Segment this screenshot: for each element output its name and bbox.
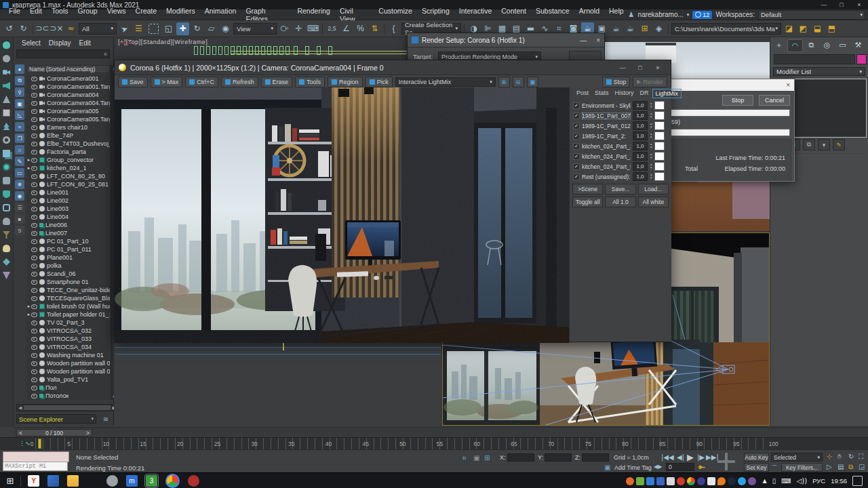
scene-explorer-row[interactable]: Smartphone 01 (26, 278, 110, 286)
display-tab-icon[interactable]: ▭ (835, 39, 850, 51)
select-by-name-icon[interactable]: ☰ (132, 22, 145, 35)
zoom-extents-icon[interactable]: ⊹ (827, 453, 832, 460)
spinner-arrows-icon[interactable]: ▲▼ (650, 123, 652, 129)
corona-close-icon[interactable]: × (649, 63, 667, 72)
explorer-selector-dropdown[interactable]: Scene Explorer▾ (16, 414, 96, 424)
image-icon[interactable] (3, 109, 10, 117)
slider-right-arrow-icon[interactable]: > (86, 430, 90, 436)
render-setup-title-bar[interactable]: Render Setup: Corona 6 (Hotfix 1) — × (408, 33, 604, 47)
corona-panel-tab[interactable]: LightMix (652, 89, 682, 98)
dialog-minimize-icon[interactable]: — (580, 37, 587, 44)
tray-app-2-icon[interactable] (646, 477, 654, 485)
bind-spacewarp-icon[interactable]: ≈ (64, 22, 77, 35)
arnold-render-icon[interactable]: ◈ (652, 22, 665, 35)
display-children-icon[interactable]: ⧉ (15, 76, 24, 85)
add-to-layer-icon[interactable]: ◩ (797, 22, 810, 35)
tray-telegram-icon[interactable] (738, 477, 746, 485)
tray-3dsmax-icon[interactable] (636, 477, 644, 485)
filter-icon[interactable] (3, 231, 10, 239)
scene-explorer-menu-item[interactable]: Select (22, 39, 41, 47)
track-bar[interactable]: ⋮∿ 0510152025303540455055606570758085909… (0, 437, 868, 449)
zoom-icon[interactable]: ▷ (827, 463, 832, 470)
visibility-eye-icon[interactable] (31, 182, 37, 187)
lightmix-intensity-field[interactable]: 1,0 (633, 121, 648, 130)
scene-explorer-row[interactable]: ▸ Group_convector (26, 156, 110, 164)
lightmix-color-swatch[interactable] (654, 162, 665, 171)
set-keys-icon[interactable]: 🔑︎ (698, 464, 705, 471)
percent-snap-icon[interactable]: % (354, 22, 367, 35)
current-frame-field[interactable]: 0 (666, 463, 694, 471)
key-filters-button[interactable]: Key Filters... (781, 463, 823, 472)
display-bones-icon[interactable]: ✎ (15, 157, 24, 166)
modifier-list-dropdown[interactable]: Modifier List▾ (773, 67, 865, 76)
scene-explorer-row[interactable]: PC 01_Part_011 (26, 245, 110, 253)
lock-explorer-icon[interactable]: ■ (15, 214, 24, 224)
utilities-tab-icon[interactable]: ⚒ (851, 39, 865, 51)
time-slider[interactable]: < 0 / 100 > (14, 427, 868, 437)
battery-icon[interactable]: ▯ (772, 477, 776, 485)
visibility-eye-icon[interactable] (31, 239, 37, 244)
selection-lock-icon[interactable]: ▣ (473, 454, 479, 462)
default-in-out-tangent-icon[interactable]: ⌒ (771, 464, 778, 473)
display-lights-icon[interactable]: ⚲ (15, 87, 24, 97)
render-production-icon[interactable]: ☕ (610, 22, 623, 35)
spinner-arrows-icon[interactable]: ▲▼ (650, 143, 652, 149)
visibility-eye-icon[interactable] (31, 125, 37, 130)
open-in-cloud-icon[interactable]: ⊞ (638, 22, 651, 35)
visibility-eye-icon[interactable] (31, 101, 37, 106)
isolate-selection-icon[interactable]: ⌗ (462, 454, 467, 462)
scene-explorer-row[interactable]: VITROCSA_034 (26, 343, 110, 351)
visibility-eye-icon[interactable] (31, 345, 37, 350)
chrome-icon[interactable] (165, 474, 180, 488)
scene-explorer-row[interactable]: Eames chair10 (26, 123, 110, 131)
lightmix-color-swatch[interactable] (654, 142, 665, 150)
corona-panel-tab[interactable]: Stats (592, 89, 612, 98)
visibility-eye-icon[interactable] (31, 264, 37, 268)
add-time-tag[interactable]: Add Time Tag (614, 464, 652, 471)
helper-icon[interactable] (3, 258, 10, 266)
notification-badge[interactable]: 12 (692, 11, 712, 19)
object-name-field[interactable] (774, 54, 855, 64)
go-to-end-icon[interactable]: ▶▶| (706, 453, 719, 461)
select-and-manipulate-icon[interactable]: ✛ (292, 22, 305, 35)
field-of-view-icon[interactable]: ⧉ (848, 463, 853, 471)
maxscript-mini-listener-input[interactable]: MAXScript Mi (3, 462, 68, 471)
lightmix-intensity-field[interactable]: 1,0 (633, 162, 648, 171)
display-all-icon[interactable]: ● (15, 64, 24, 74)
lightmix-checkbox[interactable]: ✓ (573, 163, 580, 170)
visibility-eye-icon[interactable] (31, 150, 37, 155)
spinner-arrows-icon[interactable]: ▲▼ (650, 163, 652, 169)
spinner-arrows-icon[interactable]: ▲▼ (650, 174, 652, 180)
scene-explorer-row[interactable]: TV 02_Part_3 (26, 319, 110, 327)
set-key-button[interactable]: Set Key (744, 463, 769, 472)
select-layer-icon[interactable]: ⬓ (811, 22, 824, 35)
spinner-arrows-icon[interactable]: ▲▼ (650, 102, 652, 108)
steam-icon[interactable] (87, 475, 98, 487)
next-frame-icon[interactable]: |▶ (697, 453, 705, 461)
clear-search-icon[interactable]: × (104, 51, 107, 58)
visibility-eye-icon[interactable] (31, 199, 37, 203)
corona-maximize-icon[interactable]: □ (631, 63, 649, 72)
monitor-play-icon[interactable] (3, 177, 10, 184)
scene-explorer-row[interactable]: Line001 (26, 188, 110, 197)
visibility-eye-icon[interactable] (31, 378, 37, 382)
maxscript-mini-listener-output[interactable] (3, 451, 69, 462)
corona-render-button[interactable]: ▶Render (633, 77, 667, 87)
scene-explorer-row[interactable]: Factoria_parta (26, 148, 110, 156)
corona-tool-button[interactable]: Ctrl+C (185, 77, 218, 87)
corona-panel-tab[interactable]: Post (574, 89, 591, 98)
progress-close-icon[interactable]: × (786, 81, 790, 89)
volume-icon[interactable]: ◁)) (797, 477, 808, 485)
visibility-eye-icon[interactable] (31, 231, 37, 236)
selection-set-dropdown[interactable]: Selected▾ (771, 453, 823, 462)
layers-icon[interactable] (3, 150, 10, 157)
lightmix-checkbox[interactable]: ✓ (573, 174, 580, 180)
scene-explorer-row[interactable]: CoronaCamera004 (26, 91, 110, 99)
visibility-eye-icon[interactable] (31, 288, 37, 293)
target-icon[interactable] (3, 163, 10, 171)
select-and-move-icon[interactable]: ✚ (176, 22, 189, 35)
visibility-eye-icon[interactable] (31, 304, 37, 309)
lightmix-checkbox[interactable]: ✓ (573, 123, 580, 129)
workspace-dropdown[interactable]: Default▾ (758, 10, 865, 20)
corona-tool-button[interactable]: Tools (295, 77, 325, 87)
